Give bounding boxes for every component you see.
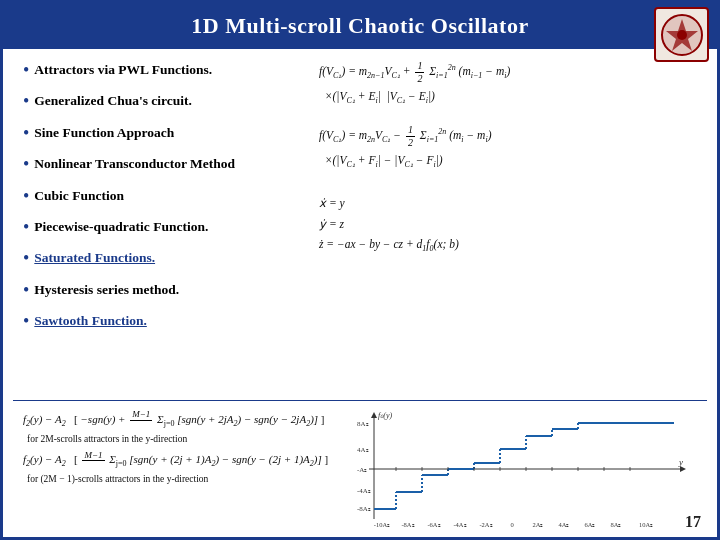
formula-text: ż = −ax − by − cz + d1f0(x; b) [319,235,459,256]
bullet-text: Nonlinear Transconductor Method [34,155,235,173]
bullet-text: Sine Function Approach [34,124,174,142]
svg-marker-6 [371,412,377,418]
bullet-text: Piecewise-quadratic Function. [34,218,208,236]
svg-text:-6A₂: -6A₂ [428,521,441,528]
formula-row: ż = −ax − by − cz + d1f0(x; b) [319,235,459,256]
slide-header: 1D Multi-scroll Chaotic Oscillator [3,3,717,49]
bullet-icon: • [23,153,29,176]
svg-text:0: 0 [511,521,514,528]
bullet-icon: • [23,90,29,113]
list-item: • Generalized Chua's circuit. [23,92,293,113]
list-item: • Piecewise-quadratic Function. [23,218,293,239]
slide-body: • Attractors via PWL Functions. • Genera… [3,49,717,398]
svg-text:4A₂: 4A₂ [559,521,570,528]
svg-text:2A₂: 2A₂ [533,521,544,528]
formula-3: ẋ = y ẏ = z ż = −ax − by − cz + d1f0(x; … [313,191,465,261]
formula-2: f(VC₁) = m2nVC₁ − 12 Σi=12n (mi − mi) ×(… [313,121,497,177]
bottom-label-1: for 2M-scrolls attractors in the y-direc… [27,434,334,444]
bullet-text: Cubic Function [34,187,124,205]
svg-text:-8A₂: -8A₂ [357,505,371,513]
bullet-icon: • [23,247,29,270]
svg-text:-10A₂: -10A₂ [374,521,390,528]
formula-text: ×(|VC₁ + Ei| |VC₁ − Ei|) [319,87,435,108]
bullet-text: Generalized Chua's circuit. [34,92,192,110]
formula-row: ẋ = y [319,194,459,212]
svg-text:8A₂: 8A₂ [357,420,369,428]
formula-text: f(VC₁) = m2nVC₁ − 12 Σi=12n (mi − mi) [319,124,491,149]
divider [13,400,707,401]
bullet-icon: • [23,279,29,302]
bottom-formula-1: f2(y) − A2 [ −sgn(y) + M−1 Σj=0 [sgn(y +… [23,409,334,432]
bottom-formulas: f2(y) − A2 [ −sgn(y) + M−1 Σj=0 [sgn(y +… [23,409,334,484]
bullet-list: • Attractors via PWL Functions. • Genera… [3,57,303,398]
bottom-section: f2(y) − A2 [ −sgn(y) + M−1 Σj=0 [sgn(y +… [3,405,717,537]
bullet-text: Hysteresis series method. [34,281,179,299]
bullet-icon: • [23,122,29,145]
page-number: 17 [685,513,701,531]
bottom-row: f2(y) − A2 [ −sgn(y) + M−1 Σj=0 [sgn(y +… [23,409,697,533]
svg-text:-4A₂: -4A₂ [357,487,371,495]
svg-point-3 [677,30,687,40]
formula-1: f(VC₁) = m2n−1VC₁ + 12 Σi=12n (mi−1 − mi… [313,57,516,113]
formula-row: ×(|VC₁ + Ei| |VC₁ − Ei|) [319,87,510,108]
formula-text: ×(|VC₁ + Fi| − |VC₁ − Fi|) [319,151,443,172]
formula-text: f(VC₁) = m2n−1VC₁ + 12 Σi=12n (mi−1 − mi… [319,60,510,85]
formula-row: ẏ = z [319,215,459,233]
list-item: • Saturated Functions. [23,249,293,270]
svg-text:-8A₂: -8A₂ [402,521,415,528]
bullet-icon: • [23,310,29,333]
slide-title: 1D Multi-scroll Chaotic Oscillator [191,13,528,38]
bullet-text: Sawtooth Function. [34,312,147,330]
svg-text:4A₂: 4A₂ [357,446,369,454]
bullet-icon: • [23,185,29,208]
bullet-text: Saturated Functions. [34,249,155,267]
formula-section: f(VC₁) = m2n−1VC₁ + 12 Σi=12n (mi−1 − mi… [303,57,717,398]
bullet-icon: • [23,59,29,82]
svg-text:8A₂: 8A₂ [611,521,622,528]
list-item: • Cubic Function [23,187,293,208]
chart-container: -A₂ 4A₂ 8A₂ -4A₂ -8A₂ -10A₂ -8A₂ -6A₂ -4… [354,409,697,533]
bullet-text: Attractors via PWL Functions. [34,61,212,79]
svg-text:10A₂: 10A₂ [639,521,653,528]
svg-text:-A₂: -A₂ [357,466,367,474]
svg-text:-2A₂: -2A₂ [480,521,493,528]
list-item: • Hysteresis series method. [23,281,293,302]
formula-row: f(VC₁) = m2nVC₁ − 12 Σi=12n (mi − mi) [319,124,491,149]
list-item: • Sine Function Approach [23,124,293,145]
list-item: • Sawtooth Function. [23,312,293,333]
bottom-label-2: for (2M − 1)-scrolls attractors in the y… [27,474,334,484]
svg-text:-4A₂: -4A₂ [454,521,467,528]
slide: 1D Multi-scroll Chaotic Oscillator • Att… [0,0,720,540]
formula-text: ẋ = y [319,194,345,212]
bottom-formula-2: f2(y) − A2 [ M−1 Σj=0 [sgn(y + (2j + 1)A… [23,450,334,473]
list-item: • Attractors via PWL Functions. [23,61,293,82]
list-item: • Nonlinear Transconductor Method [23,155,293,176]
svg-text:6A₂: 6A₂ [585,521,596,528]
bullet-icon: • [23,216,29,239]
svg-text:y: y [678,457,683,467]
staircase-chart: -A₂ 4A₂ 8A₂ -4A₂ -8A₂ -10A₂ -8A₂ -6A₂ -4… [354,409,694,529]
formula-text: ẏ = z [319,215,344,233]
svg-text:f₀(y): f₀(y) [378,411,392,420]
formula-row: f(VC₁) = m2n−1VC₁ + 12 Σi=12n (mi−1 − mi… [319,60,510,85]
formula-row: ×(|VC₁ + Fi| − |VC₁ − Fi|) [319,151,491,172]
